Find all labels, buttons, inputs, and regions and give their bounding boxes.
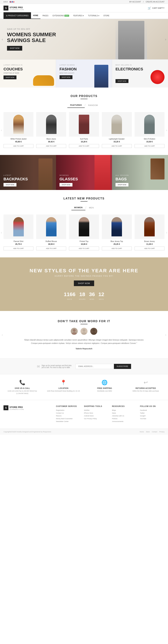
avatar-1[interactable] [71,328,78,335]
nav: ☰ PRODUCT CATEGORIES HOME PAGES EXTENSIO… [0,12,168,19]
fashion-shop-now[interactable]: SHOP NOW [60,75,72,79]
countdown-secs-num: 12 [98,291,104,297]
footer-blogs[interactable]: Blogs [112,409,136,411]
testimonial-next-button[interactable]: › [165,333,166,336]
footer-col-resources: RESOURCES Blogs News Advertise with Us P… [112,405,136,424]
cart-label: CART EMPTY [152,7,165,9]
hero-next-button[interactable]: › [165,37,166,41]
newsletter-email-input[interactable] [76,364,114,369]
latest-product-price-1: 18,55 € [36,243,66,245]
avatar-3[interactable] [90,328,97,335]
product-name-4: Slim-Fit Button [134,138,164,140]
font-size-label: A A A [4,1,8,3]
latest-prev-button[interactable]: ‹ [1,230,2,234]
latest-product-figure-4 [144,217,155,236]
hero-image [116,19,147,59]
bags-shop-now[interactable]: SHOP NOW [116,183,128,186]
cart-area[interactable]: 🛒 CART EMPTY [148,6,165,10]
footer-announcements[interactable]: Announcements [112,420,136,422]
product-categories-button[interactable]: ☰ PRODUCT CATEGORIES [4,12,31,19]
tab-men[interactable]: MEN [86,205,96,210]
latest-add-to-cart-3[interactable]: ADD TO CART [102,246,132,250]
electronics-shop-now[interactable]: SHOP NOW [116,79,128,83]
footer-policies[interactable]: Policies [112,418,136,420]
nav-link-home[interactable]: HOME [31,12,40,19]
nav-link-extensions[interactable]: EXTENSIONS NEW [50,12,71,19]
footer-resources-title: RESOURCES [112,405,136,407]
latest-add-to-cart-2[interactable]: ADD TO CART [69,246,99,250]
email-icon: ✉ [37,364,40,368]
latest-product-price-0: 25,75 € [4,243,34,245]
bags-content: ALL SEASON BAGS SHOP NOW [116,174,129,186]
nav-link-pages[interactable]: PAGES [40,12,50,19]
footer-bottom-contact[interactable]: Contact [152,431,157,433]
countdown-mins-num: 36 [89,291,95,297]
bags-label: ALL SEASON [116,174,129,176]
footer-money-back[interactable]: Money Back Guarantee [56,418,80,420]
footer-newsletter-center[interactable]: Newsletter Center [56,420,80,422]
footer-links: S STORE PRO ECOMMERCE STORE CUSTOMER SER… [0,400,168,429]
nav-link-store[interactable]: STORE [101,12,112,19]
hero-shop-now-button[interactable]: SHOP NOW [7,46,22,50]
footer-contact-us[interactable]: Contact Us [56,412,80,414]
hero-person-figure [118,21,144,59]
copyright-text: Copyrighted Build Smartly Designed and E… [4,431,51,433]
backpacks-shop-now[interactable]: SHOP NOW [4,183,16,186]
latest-product-name-0: Flannel Shirt [4,240,34,242]
latest-add-to-cart-1[interactable]: ADD TO CART [36,246,66,250]
footer-registration[interactable]: Registration [56,409,80,411]
footer-bottom-privacy[interactable]: Privacy [159,431,164,433]
footer-info-returns: ↩ Returns Accepted Within the first 30 d… [127,380,164,395]
nav-link-tutorials[interactable]: TUTORIALS ▾ [86,12,101,19]
footer-facebook[interactable]: Facebook [140,409,164,411]
newsletter-subscribe-button[interactable]: SUBSCRIBE [114,364,131,369]
create-account-link[interactable]: CREATE AN ACCOUNT [146,1,164,3]
products-prev-button[interactable]: ‹ [1,128,2,132]
my-account-link[interactable]: MY ACCOUNT [129,1,141,3]
tab-random[interactable]: RANDOM [86,102,100,108]
footer-youtube[interactable]: YouTube [140,418,164,420]
newsletter-description: Sign up for email savings and find jobs … [42,364,72,368]
font-size-controls[interactable]: A A A 🇬🇧 🇫🇷 [4,1,14,3]
footer-news[interactable]: News [112,412,136,414]
add-to-cart-2[interactable]: ADD TO CART [69,144,99,148]
logo[interactable]: S STORE PRO ECOMMERCE STORE [4,6,24,10]
footer-phone-text: (123) 123-1234 Fax (1.234.567.8910) Fax … [4,390,41,395]
footer-privacy-policy[interactable]: Our Privacy Policy [84,418,108,420]
add-to-cart-4[interactable]: ADD TO CART [134,144,164,148]
footer-iphone-store[interactable]: iPhone Store [84,412,108,414]
footer-bottom-store[interactable]: Store [146,431,150,433]
svg-point-5 [91,332,96,335]
footer-twitter[interactable]: Twitter [140,412,164,414]
add-to-cart-0[interactable]: ADD TO CART [4,144,34,148]
testimonial-prev-button[interactable]: ‹ [2,333,3,336]
avatar-2[interactable] [80,328,88,335]
footer-android-store[interactable]: Android Store [84,415,108,417]
add-to-cart-3[interactable]: ADD TO CART [102,144,132,148]
footer-advertise[interactable]: Advertise with Us [112,415,136,417]
hero-sale-text: SAVE UP TO 35% OFF [7,28,56,30]
tab-featured[interactable]: FEATURED [68,102,85,108]
tab-women[interactable]: WOMEN [72,205,86,210]
latest-products-tabs: WOMEN / MEN [4,205,164,210]
couches-shop-now[interactable]: SHOP NOW [4,76,16,79]
footer-bottom-home[interactable]: Home [140,431,144,433]
glasses-shop-now[interactable]: SHOP NOW [60,183,72,186]
footer-location-title: Location [44,387,82,389]
latest-product-figure-0 [13,217,24,236]
backpacks-title: BACKPACKS [4,177,28,182]
products-next-button[interactable]: › [166,128,167,132]
nav-link-features[interactable]: FEATURES ▾ [71,12,86,19]
footer-wishlist[interactable]: Wishlist [84,409,108,411]
footer-google-plus[interactable]: Google+ [140,415,164,417]
footer-returns[interactable]: Returns [56,415,80,417]
fashion-label: LATEST IN MENS [60,64,75,66]
cart-icon: 🛒 [148,6,151,10]
latest-add-to-cart-4[interactable]: ADD TO CART [134,246,164,250]
couches-price: STARTING AT $299 [4,72,52,74]
add-to-cart-1[interactable]: ADD TO CART [36,144,66,148]
latest-next-button[interactable]: › [166,230,167,234]
latest-add-to-cart-0[interactable]: ADD TO CART [4,246,34,250]
countdown-shop-now[interactable]: SHOP NOW [74,280,94,286]
new-badge: NEW [64,15,69,17]
